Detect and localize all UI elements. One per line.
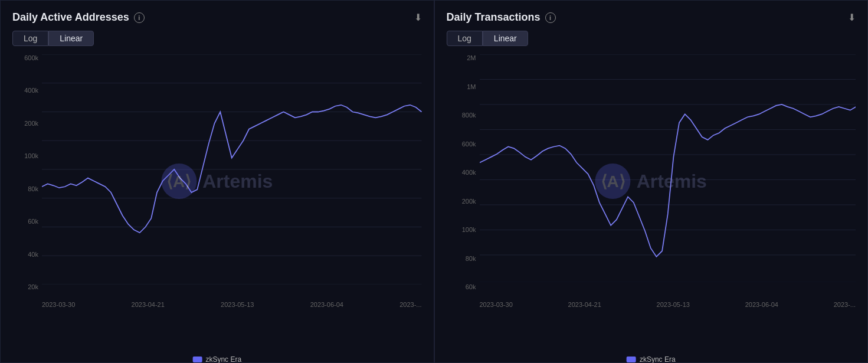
left-chart-area: 600k 400k 200k 100k 80k 60k 40k 20k ⟨A	[12, 54, 422, 308]
right-panel-title: Daily Transactions i	[447, 11, 556, 24]
y-label-60k: 60k	[28, 218, 38, 225]
left-log-btn[interactable]: Log	[12, 31, 48, 46]
right-info-icon[interactable]: i	[545, 12, 556, 23]
left-panel-title: Daily Active Addresses i	[12, 11, 145, 24]
right-y-axis: 2M 1M 800k 600k 400k 200k 100k 80k 60k	[447, 54, 480, 290]
rx-label-1: 2023-04-21	[568, 301, 601, 308]
left-chart-svg	[42, 54, 422, 284]
x-label-4: 2023-...	[399, 301, 421, 308]
x-label-2: 2023-05-13	[221, 301, 254, 308]
left-info-icon[interactable]: i	[134, 12, 145, 23]
left-x-axis: 2023-03-30 2023-04-21 2023-05-13 2023-06…	[42, 297, 422, 308]
ry-label-800k: 800k	[462, 112, 476, 119]
rx-label-0: 2023-03-30	[480, 301, 513, 308]
left-title-text: Daily Active Addresses	[12, 11, 129, 24]
y-label-200k: 200k	[24, 120, 38, 127]
ry-label-600k: 600k	[462, 140, 476, 148]
left-panel: Daily Active Addresses i ⬇ Log Linear 60…	[0, 0, 434, 363]
left-download-icon[interactable]: ⬇	[414, 12, 422, 23]
y-label-40k: 40k	[28, 251, 38, 258]
y-label-600k: 600k	[24, 54, 38, 61]
ry-label-400k: 400k	[462, 169, 476, 176]
rx-label-3: 2023-06-04	[745, 301, 778, 308]
x-label-0: 2023-03-30	[42, 301, 75, 308]
right-panel: Daily Transactions i ⬇ Log Linear 2M 1M …	[434, 0, 869, 363]
y-label-400k: 400k	[24, 87, 38, 94]
right-legend: zkSync Era	[627, 355, 676, 363]
right-chart-area: 2M 1M 800k 600k 400k 200k 100k 80k 60k	[447, 54, 856, 308]
left-linear-btn[interactable]: Linear	[48, 31, 94, 46]
left-legend-label: zkSync Era	[205, 355, 241, 363]
ry-label-80k: 80k	[466, 255, 476, 262]
x-label-3: 2023-06-04	[310, 301, 343, 308]
left-y-axis: 600k 400k 200k 100k 80k 60k 40k 20k	[12, 54, 42, 290]
rx-label-2: 2023-05-13	[657, 301, 690, 308]
right-title-text: Daily Transactions	[447, 11, 541, 24]
left-scale-buttons: Log Linear	[12, 31, 422, 46]
ry-label-200k: 200k	[462, 198, 476, 205]
right-linear-btn[interactable]: Linear	[483, 31, 528, 46]
ry-label-60k: 60k	[466, 283, 476, 290]
right-log-btn[interactable]: Log	[447, 31, 483, 46]
right-scale-buttons: Log Linear	[447, 31, 856, 46]
right-download-icon[interactable]: ⬇	[848, 12, 856, 23]
ry-label-1m: 1M	[467, 83, 476, 90]
x-label-1: 2023-04-21	[132, 301, 165, 308]
right-x-axis: 2023-03-30 2023-04-21 2023-05-13 2023-06…	[480, 297, 856, 308]
right-legend-color	[627, 357, 636, 362]
y-label-20k: 20k	[28, 283, 38, 290]
right-panel-header: Daily Transactions i ⬇	[447, 11, 856, 24]
ry-label-100k: 100k	[462, 226, 476, 233]
ry-label-2m: 2M	[467, 54, 476, 61]
left-panel-header: Daily Active Addresses i ⬇	[12, 11, 422, 24]
left-legend-color	[192, 357, 202, 362]
rx-label-4: 2023-...	[834, 301, 856, 308]
left-legend: zkSync Era	[192, 355, 241, 363]
right-legend-label: zkSync Era	[640, 355, 676, 363]
y-label-80k: 80k	[28, 185, 38, 192]
right-chart-svg	[480, 54, 856, 282]
y-label-100k: 100k	[24, 152, 38, 159]
